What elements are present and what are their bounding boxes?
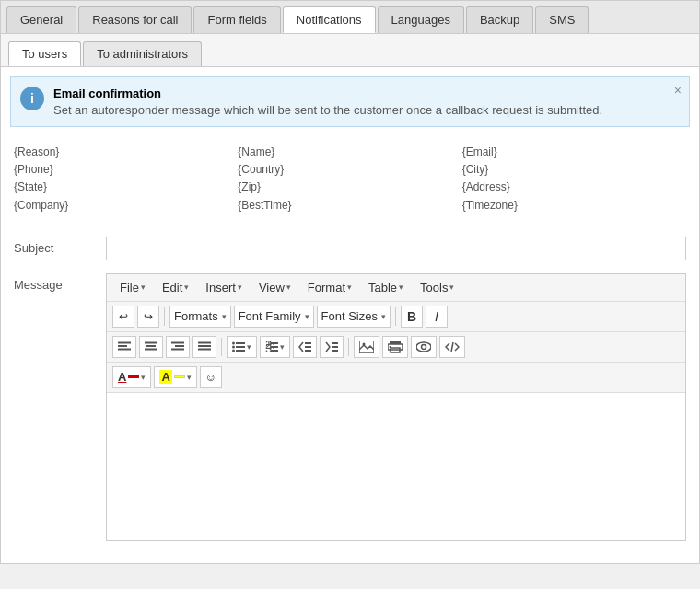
subject-input[interactable]	[106, 237, 686, 260]
menu-file[interactable]: File▾	[112, 278, 153, 297]
editor-menubar: File▾ Edit▾ Insert▾ View▾ Format▾ Table▾…	[107, 274, 685, 302]
subject-label: Subject	[14, 237, 106, 255]
align-center-button[interactable]	[139, 336, 163, 358]
print-button[interactable]	[382, 336, 408, 358]
outdent-button[interactable]	[293, 336, 317, 358]
divider1	[164, 307, 165, 326]
message-row: Message File▾ Edit▾ Insert▾ View▾ Format…	[14, 273, 686, 541]
svg-point-16	[232, 341, 235, 344]
align-left-button[interactable]	[112, 336, 136, 358]
info-desc: Set an autoresponder message which will …	[53, 103, 663, 117]
editor-toolbar3: A ▾ A ▾ ☺	[107, 363, 685, 393]
unordered-list-button[interactable]: ▾	[227, 336, 257, 358]
var-name: {Name}	[238, 144, 461, 161]
var-col3: {Email} {City} {Address} {Timezone}	[462, 144, 686, 214]
info-title: Email confirmation	[53, 87, 663, 100]
message-label: Message	[14, 273, 106, 292]
editor-body[interactable]	[107, 393, 685, 540]
var-reason: {Reason}	[14, 144, 238, 161]
menu-table[interactable]: Table▾	[361, 278, 411, 297]
indent-button[interactable]	[320, 336, 344, 358]
var-phone: {Phone}	[14, 161, 238, 179]
tab-reasons-for-call[interactable]: Reasons for call	[78, 6, 192, 33]
tab-general[interactable]: General	[6, 6, 76, 33]
variables-grid: {Reason} {Phone} {State} {Company} {Name…	[1, 136, 699, 227]
var-email: {Email}	[462, 144, 686, 161]
insert-image-button[interactable]	[354, 336, 379, 358]
font-family-select[interactable]: Font Family ▾	[234, 306, 314, 328]
bold-button[interactable]: B	[401, 306, 423, 328]
tab-sms[interactable]: SMS	[535, 6, 589, 33]
var-state: {State}	[14, 179, 238, 196]
menu-format[interactable]: Format▾	[300, 278, 359, 297]
smiley-button[interactable]: ☺	[200, 366, 222, 388]
editor-container: File▾ Edit▾ Insert▾ View▾ Format▾ Table▾…	[106, 273, 686, 541]
main-content: To users To administrators i Email confi…	[0, 33, 700, 564]
justify-button[interactable]	[192, 336, 216, 358]
editor-toolbar1: ↩ ↪ Formats ▾ Font Family ▾ Font Sizes ▾	[107, 302, 685, 332]
formats-select[interactable]: Formats ▾	[169, 306, 231, 328]
var-address: {Address}	[462, 179, 686, 196]
bg-color-button[interactable]: A ▾	[154, 366, 196, 388]
editor-toolbar2: ▾ 1.2.3. ▾	[107, 332, 685, 363]
info-box: i Email confirmation Set an autoresponde…	[10, 76, 690, 127]
info-text: Email confirmation Set an autoresponder …	[53, 87, 663, 117]
var-zip: {Zip}	[238, 179, 461, 196]
svg-point-39	[390, 346, 391, 348]
source-button[interactable]	[439, 336, 465, 358]
tab-form-fields[interactable]: Form fields	[193, 6, 280, 33]
var-country: {Country}	[238, 161, 461, 179]
tab-languages[interactable]: Languages	[378, 6, 464, 33]
info-close-button[interactable]: ×	[674, 83, 682, 98]
redo-button[interactable]: ↪	[137, 306, 159, 328]
var-col1: {Reason} {Phone} {State} {Company}	[14, 144, 238, 214]
undo-button[interactable]: ↩	[112, 306, 134, 328]
svg-point-18	[232, 349, 235, 352]
tab-notifications[interactable]: Notifications	[283, 6, 376, 33]
subject-row: Subject	[14, 237, 686, 260]
var-besttime: {BestTime}	[238, 197, 461, 214]
preview-button[interactable]	[411, 336, 437, 358]
tab-to-users[interactable]: To users	[8, 41, 81, 66]
align-right-button[interactable]	[166, 336, 190, 358]
svg-point-40	[416, 342, 431, 352]
var-city: {City}	[462, 161, 686, 179]
divider2	[395, 307, 396, 326]
menu-edit[interactable]: Edit▾	[155, 278, 196, 297]
ordered-list-button[interactable]: 1.2.3. ▾	[260, 336, 290, 358]
tab-backup[interactable]: Backup	[466, 6, 533, 33]
menu-view[interactable]: View▾	[251, 278, 298, 297]
var-timezone: {Timezone}	[462, 197, 686, 214]
svg-point-17	[232, 345, 235, 348]
var-col2: {Name} {Country} {Zip} {BestTime}	[238, 144, 461, 214]
italic-button[interactable]: I	[426, 306, 448, 328]
var-company: {Company}	[14, 197, 238, 214]
info-icon: i	[20, 87, 44, 110]
font-sizes-select[interactable]: Font Sizes ▾	[317, 306, 391, 328]
svg-line-42	[451, 342, 453, 352]
sub-tab-bar: To users To administrators	[1, 34, 699, 67]
font-color-button[interactable]: A ▾	[112, 366, 151, 388]
tab-to-administrators[interactable]: To administrators	[83, 41, 202, 66]
form-section: Subject Message File▾ Edit▾ Insert▾ View…	[1, 227, 699, 563]
menu-insert[interactable]: Insert▾	[198, 278, 250, 297]
top-tab-bar: General Reasons for call Form fields Not…	[0, 0, 700, 33]
divider3	[221, 338, 222, 356]
svg-point-41	[422, 344, 426, 349]
divider4	[348, 338, 349, 356]
menu-tools[interactable]: Tools▾	[413, 278, 461, 297]
